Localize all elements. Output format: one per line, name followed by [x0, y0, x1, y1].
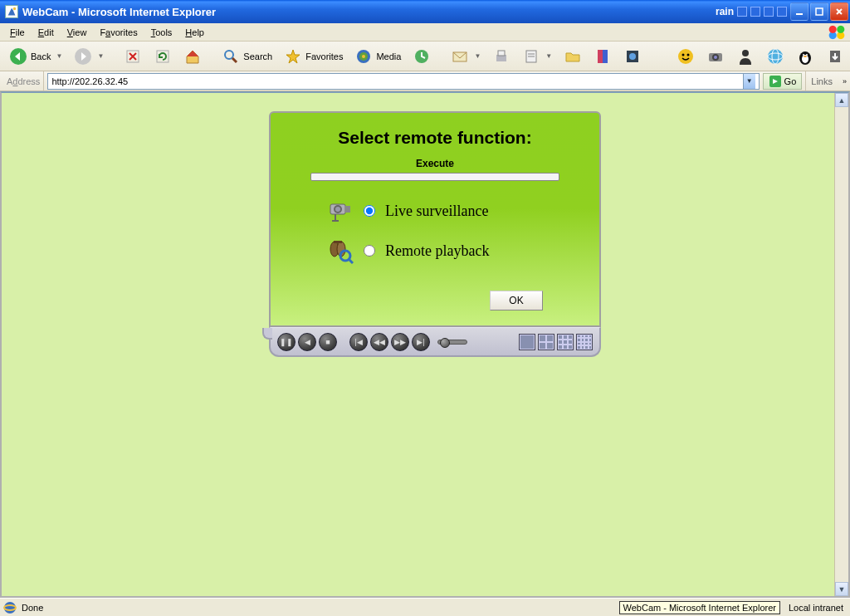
favorites-button[interactable]: Favorites	[280, 45, 347, 68]
radio-playback[interactable]	[364, 245, 375, 257]
address-combo[interactable]: ▼	[47, 73, 759, 90]
svg-point-0	[13, 7, 17, 11]
view-9-button[interactable]	[557, 334, 574, 350]
view-1-button[interactable]	[519, 334, 535, 350]
media-button[interactable]: Media	[350, 45, 405, 68]
svg-rect-20	[603, 50, 608, 63]
links-label[interactable]: Links	[805, 71, 838, 90]
history-button[interactable]	[408, 45, 435, 68]
media-icon	[354, 47, 373, 66]
option-live-surveillance[interactable]: Live surveillance	[327, 198, 576, 224]
extra-button-1[interactable]	[619, 45, 646, 68]
ie-status-icon	[3, 601, 17, 614]
menu-favorites[interactable]: Favorites	[93, 26, 144, 39]
speed-slider[interactable]	[437, 340, 467, 345]
home-button[interactable]	[179, 45, 206, 68]
forward-button[interactable]: ▼	[70, 45, 108, 68]
people-button[interactable]	[732, 45, 759, 68]
close-button[interactable]	[830, 2, 848, 21]
stop-icon	[124, 47, 142, 66]
edit-button[interactable]: ▼	[518, 45, 556, 68]
svg-rect-48	[334, 241, 342, 243]
view-16-button[interactable]	[576, 334, 593, 350]
skip-back-control[interactable]: |◀	[349, 333, 368, 351]
option-playback-label: Remote playback	[385, 242, 489, 260]
rewind-control[interactable]: ◀	[298, 333, 316, 351]
scroll-up-icon[interactable]: ▲	[835, 93, 848, 107]
globe-button[interactable]	[762, 45, 789, 68]
svg-point-35	[803, 54, 804, 56]
url-input[interactable]	[51, 76, 742, 86]
smiley-icon	[677, 47, 695, 66]
go-button[interactable]: Go	[763, 73, 803, 90]
star-icon	[284, 47, 302, 66]
ok-button[interactable]: OK	[490, 291, 543, 310]
option-live-label: Live surveillance	[385, 203, 488, 220]
stop-button[interactable]	[120, 45, 146, 68]
svg-point-7	[225, 51, 233, 59]
tray-mini-1[interactable]	[737, 7, 747, 17]
app-icon	[623, 47, 642, 66]
svg-point-51	[4, 602, 16, 614]
pause-control[interactable]: ❚❚	[277, 333, 296, 351]
scroll-down-icon[interactable]: ▼	[835, 582, 848, 596]
menu-file[interactable]: File	[3, 26, 32, 39]
addressbar: Address ▼ Go Links »	[0, 71, 850, 91]
refresh-button[interactable]	[149, 45, 176, 68]
address-dropdown-icon[interactable]: ▼	[743, 74, 755, 89]
ie-app-icon	[5, 5, 18, 18]
svg-point-25	[687, 53, 690, 56]
back-button[interactable]: Back ▼	[5, 45, 66, 68]
svg-point-24	[682, 53, 685, 56]
execute-label: Execute	[294, 158, 576, 169]
stop-control[interactable]: ■	[319, 333, 337, 351]
progress-bar	[310, 173, 559, 181]
mail-button[interactable]: ▼	[447, 45, 485, 68]
tray-mini-2[interactable]	[750, 7, 760, 17]
print-icon	[492, 47, 510, 66]
folder-icon	[564, 47, 582, 66]
refresh-icon	[154, 47, 172, 66]
tray-mini-3[interactable]	[764, 7, 774, 17]
links-chevron-icon[interactable]: »	[841, 77, 847, 86]
next-control[interactable]: ▶▶	[391, 333, 409, 351]
menubar: File Edit View Favorites Tools Help	[0, 23, 850, 42]
content-area: Select remote function: Execute Live sur…	[0, 91, 850, 598]
svg-point-28	[714, 56, 717, 59]
mail-icon	[451, 47, 469, 66]
radio-live[interactable]	[364, 205, 375, 217]
chevron-down-icon[interactable]: ▼	[56, 52, 62, 60]
menu-edit[interactable]: Edit	[32, 26, 61, 39]
emoji-button[interactable]	[672, 45, 699, 68]
qq-button[interactable]	[792, 45, 818, 68]
chevron-down-icon[interactable]: ▼	[545, 52, 552, 60]
history-icon	[413, 47, 431, 66]
minimize-button[interactable]	[790, 2, 808, 21]
search-button[interactable]: Search	[217, 45, 276, 68]
menu-view[interactable]: View	[61, 26, 94, 39]
tray-mini-4[interactable]	[777, 7, 787, 17]
taskbar-tooltip: WebCam - Microsoft Internet Explorer	[619, 601, 780, 614]
download-button[interactable]	[822, 45, 848, 68]
menu-help[interactable]: Help	[178, 26, 211, 39]
svg-rect-2	[816, 8, 823, 15]
discuss-button[interactable]	[559, 45, 586, 68]
print-button[interactable]	[488, 45, 515, 68]
view-4-button[interactable]	[538, 334, 554, 350]
titlebar: WebCam - Microsoft Internet Explorer rai…	[0, 0, 850, 23]
windows-flag-icon[interactable]	[827, 25, 847, 40]
vertical-scrollbar[interactable]: ▲ ▼	[834, 93, 848, 596]
options-group: Live surveillance	[294, 198, 576, 264]
address-label: Address	[3, 71, 44, 90]
chevron-down-icon[interactable]: ▼	[474, 52, 481, 60]
menu-tools[interactable]: Tools	[144, 26, 179, 39]
option-remote-playback[interactable]: Remote playback	[327, 237, 576, 264]
prev-control[interactable]: ◀◀	[370, 333, 388, 351]
skip-fwd-control[interactable]: ▶|	[412, 333, 430, 351]
chevron-down-icon[interactable]: ▼	[97, 52, 104, 60]
svg-point-11	[362, 55, 365, 58]
camera-button[interactable]	[702, 45, 729, 68]
maximize-button[interactable]	[810, 2, 828, 21]
research-button[interactable]	[589, 45, 616, 68]
svg-point-36	[806, 54, 808, 56]
